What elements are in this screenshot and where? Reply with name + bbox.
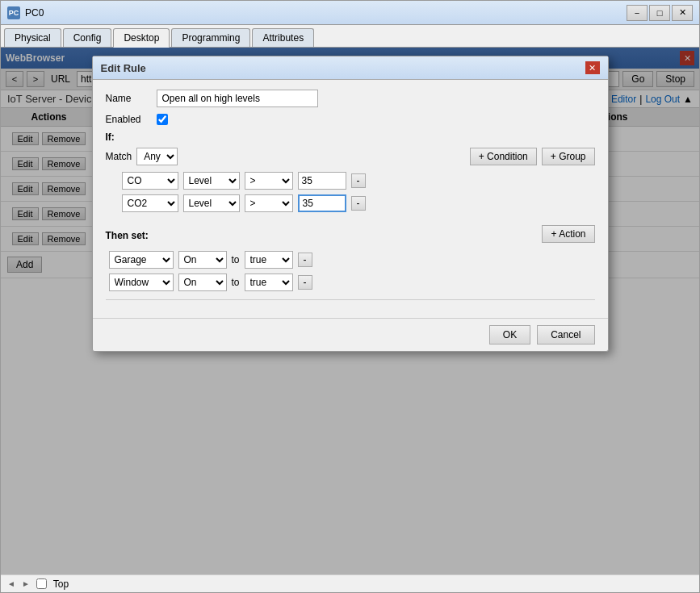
top-label: Top bbox=[53, 578, 69, 590]
condition-row-2: CO CO2 Garage Window Level On Off > bbox=[106, 194, 595, 212]
modal-body: Name Enabled If: Match Any bbox=[93, 80, 608, 318]
then-header: Then set: + Action bbox=[106, 222, 595, 246]
app-icon: PC bbox=[7, 6, 20, 19]
action2-device-select[interactable]: Garage Window CO CO2 bbox=[109, 274, 174, 291]
modal-close-button[interactable]: ✕ bbox=[585, 61, 600, 74]
modal-divider bbox=[106, 299, 595, 300]
condition-row-1: CO CO2 Garage Window Level On Off > bbox=[106, 172, 595, 190]
cond1-value-input[interactable] bbox=[298, 172, 346, 190]
match-select[interactable]: Any All bbox=[136, 148, 178, 165]
top-checkbox[interactable] bbox=[36, 578, 47, 589]
modal-overlay: Edit Rule ✕ Name Enabled bbox=[1, 48, 699, 574]
cond2-value-input[interactable] bbox=[298, 194, 346, 212]
action2-remove-button[interactable]: - bbox=[298, 275, 312, 290]
edit-rule-modal: Edit Rule ✕ Name Enabled bbox=[92, 56, 609, 352]
maximize-button[interactable]: □ bbox=[649, 5, 670, 21]
action-row-1: Garage Window CO CO2 On Off to true fa bbox=[106, 251, 595, 269]
modal-header: Edit Rule ✕ bbox=[93, 56, 608, 80]
enabled-row: Enabled bbox=[106, 114, 595, 125]
main-window: PC PC0 − □ ✕ Physical Config Desktop Pro… bbox=[0, 0, 700, 593]
action1-remove-button[interactable]: - bbox=[298, 253, 312, 267]
tab-attributes[interactable]: Attributes bbox=[252, 28, 314, 47]
add-action-button[interactable]: + Action bbox=[542, 225, 594, 243]
modal-footer: OK Cancel bbox=[93, 318, 608, 351]
ok-button[interactable]: OK bbox=[489, 325, 530, 345]
cond2-device-select[interactable]: CO CO2 Garage Window bbox=[122, 194, 178, 212]
action1-device-select[interactable]: Garage Window CO CO2 bbox=[109, 251, 174, 269]
if-label: If: bbox=[106, 132, 595, 143]
action1-to-label: to bbox=[232, 254, 240, 265]
action1-value-select[interactable]: true false bbox=[245, 251, 293, 269]
rule-name-input[interactable] bbox=[157, 90, 318, 107]
window-controls: − □ ✕ bbox=[627, 5, 693, 21]
scroll-left-arrow[interactable]: ◄ bbox=[7, 579, 15, 588]
scroll-right-arrow[interactable]: ► bbox=[22, 579, 30, 588]
content-area: WebBrowser ✕ < > URL Go Stop IoT Server … bbox=[1, 48, 699, 574]
cond1-operator-select[interactable]: > < = >= <= bbox=[245, 172, 293, 190]
tab-desktop[interactable]: Desktop bbox=[113, 28, 170, 48]
action1-property-select[interactable]: On Off bbox=[178, 251, 227, 269]
enabled-checkbox[interactable] bbox=[157, 114, 168, 125]
name-label: Name bbox=[106, 93, 150, 104]
cond2-operator-select[interactable]: > < = >= <= bbox=[245, 194, 293, 212]
bottom-bar: ◄ ► Top bbox=[1, 574, 699, 592]
title-bar: PC PC0 − □ ✕ bbox=[1, 1, 699, 25]
cond2-remove-button[interactable]: - bbox=[351, 196, 366, 211]
cond2-property-select[interactable]: Level On Off bbox=[183, 194, 240, 212]
add-group-button[interactable]: + Group bbox=[542, 148, 595, 165]
then-label: Then set: bbox=[106, 230, 149, 241]
cancel-button[interactable]: Cancel bbox=[537, 325, 594, 345]
tab-programming[interactable]: Programming bbox=[171, 28, 250, 47]
match-row: Match Any All + Condition + Group bbox=[106, 148, 595, 165]
minimize-button[interactable]: − bbox=[627, 5, 648, 21]
action2-value-select[interactable]: true false bbox=[245, 274, 293, 291]
tab-physical[interactable]: Physical bbox=[4, 28, 61, 47]
name-row: Name bbox=[106, 90, 595, 107]
cond1-remove-button[interactable]: - bbox=[351, 173, 366, 188]
close-window-button[interactable]: ✕ bbox=[672, 5, 693, 21]
tab-bar: Physical Config Desktop Programming Attr… bbox=[1, 25, 699, 48]
match-label: Match bbox=[106, 151, 132, 162]
window-title: PC0 bbox=[25, 7, 627, 19]
cond1-property-select[interactable]: Level On Off bbox=[183, 172, 240, 190]
action2-property-select[interactable]: On Off bbox=[178, 274, 227, 291]
action-row-2: Garage Window CO CO2 On Off to true fa bbox=[106, 274, 595, 291]
action2-to-label: to bbox=[232, 277, 240, 288]
modal-title: Edit Rule bbox=[101, 62, 146, 74]
add-condition-button[interactable]: + Condition bbox=[470, 148, 537, 165]
cond1-device-select[interactable]: CO CO2 Garage Window bbox=[122, 172, 178, 190]
tab-config[interactable]: Config bbox=[63, 28, 112, 47]
enabled-label: Enabled bbox=[106, 114, 150, 125]
